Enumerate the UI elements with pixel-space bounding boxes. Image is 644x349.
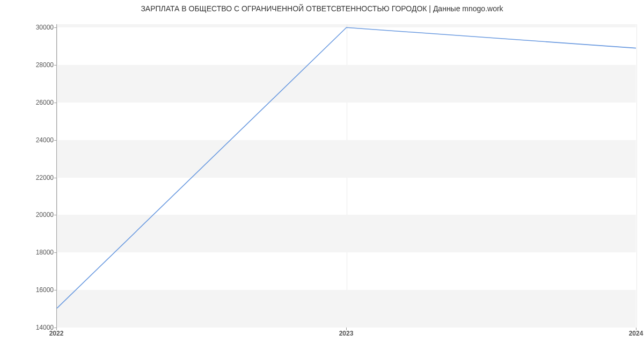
y-tick-label: 18000	[5, 249, 54, 256]
data-line	[57, 27, 636, 308]
chart-title: ЗАРПЛАТА В ОБЩЕСТВО С ОГРАНИЧЕННОЙ ОТВЕТ…	[0, 4, 644, 13]
x-tick-label: 2024	[629, 330, 643, 337]
x-gridline	[636, 24, 637, 327]
line-svg	[57, 24, 636, 327]
y-tick-mark	[54, 290, 57, 290]
y-tick-label: 30000	[5, 24, 54, 31]
y-tick-label: 16000	[5, 286, 54, 294]
y-tick-mark	[54, 65, 57, 66]
y-tick-label: 20000	[5, 211, 54, 219]
y-tick-label: 28000	[5, 61, 54, 69]
x-tick-label: 2022	[49, 330, 64, 337]
y-tick-label: 22000	[5, 174, 54, 181]
y-tick-label: 24000	[5, 136, 54, 144]
plot-area	[56, 24, 636, 328]
y-tick-label: 14000	[5, 324, 54, 331]
y-tick-mark	[54, 27, 57, 28]
y-tick-mark	[54, 103, 57, 103]
y-tick-mark	[54, 140, 57, 141]
y-tick-mark	[54, 178, 57, 178]
x-tick-label: 2023	[339, 330, 354, 337]
chart-container: ЗАРПЛАТА В ОБЩЕСТВО С ОГРАНИЧЕННОЙ ОТВЕТ…	[0, 0, 644, 349]
y-tick-label: 26000	[5, 99, 54, 106]
y-tick-mark	[54, 215, 57, 215]
y-tick-mark	[54, 252, 57, 253]
